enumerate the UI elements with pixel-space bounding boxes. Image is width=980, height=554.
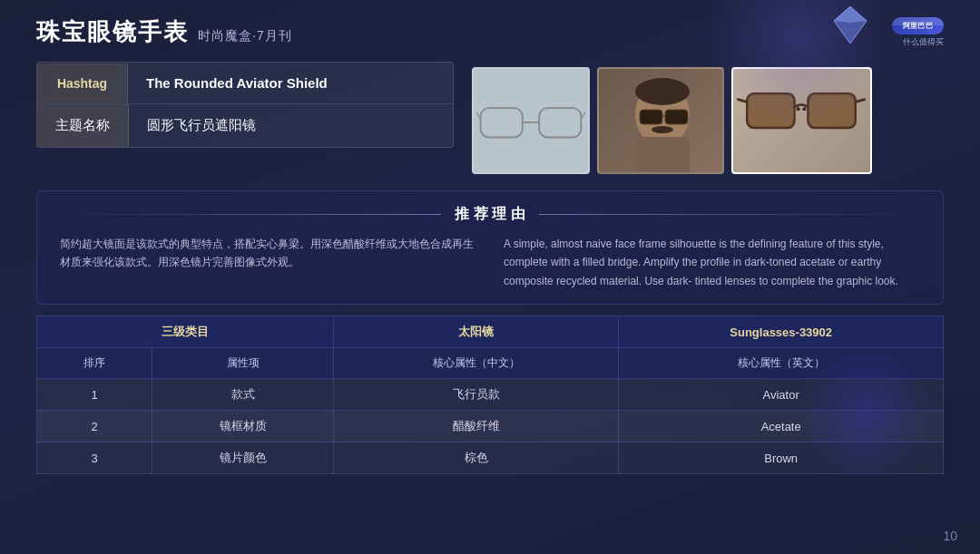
logo-subtitle: 什么值得买 xyxy=(903,36,944,48)
table-cell-cn: 醋酸纤维 xyxy=(334,411,619,442)
table-cell-attr: 镜片颜色 xyxy=(152,442,334,474)
table-cell-cn: 飞行员款 xyxy=(334,379,619,411)
table-cell-cn: 棕色 xyxy=(334,442,619,474)
svg-rect-11 xyxy=(665,110,688,124)
page: 珠宝眼镜手表 时尚魔盒·7月刊 阿里巴巴 什么值得买 Hashtag The R… xyxy=(0,0,980,554)
recommend-text-chinese: 简约超大镜面是该款式的典型特点，搭配实心鼻梁。用深色醋酸纤维或大地色合成再生材质… xyxy=(60,235,476,290)
svg-marker-1 xyxy=(834,6,867,23)
recommend-title: 推 荐 理 由 xyxy=(60,205,920,224)
page-number: 10 xyxy=(943,529,957,543)
recommend-section: 推 荐 理 由 简约超大镜面是该款式的典型特点，搭配实心鼻梁。用深色醋酸纤维或大… xyxy=(36,190,944,305)
svg-rect-8 xyxy=(635,137,690,174)
page-title-sub: 时尚魔盒·7月刊 xyxy=(198,28,292,44)
svg-point-13 xyxy=(652,126,673,133)
theme-row: 主题名称 圆形飞行员遮阳镜 xyxy=(37,104,453,147)
hashtag-label: Hashtag xyxy=(37,63,128,103)
logo-company: 阿里巴巴 xyxy=(903,21,933,31)
header-title-group: 珠宝眼镜手表 时尚魔盒·7月刊 xyxy=(36,16,292,48)
page-title-main: 珠宝眼镜手表 xyxy=(36,16,189,48)
table-cell-rank: 2 xyxy=(37,411,152,442)
table-col-category: 三级类目 xyxy=(37,316,334,348)
table-cell-attr: 镜框材质 xyxy=(152,411,334,442)
diamond-icon xyxy=(830,5,871,45)
table-col-sunglasses-en: Sunglasses-33902 xyxy=(619,316,944,348)
table-header-row: 三级类目 太阳镜 Sunglasses-33902 xyxy=(37,316,944,348)
theme-label: 主题名称 xyxy=(37,104,129,147)
svg-point-9 xyxy=(635,78,690,105)
svg-rect-10 xyxy=(640,110,662,124)
table-col-sunglasses-cn: 太阳镜 xyxy=(334,316,619,348)
product-image-2 xyxy=(597,67,724,174)
table-cell-rank: 3 xyxy=(37,442,152,474)
info-box: Hashtag The Rounded Aviator Shield 主题名称 … xyxy=(36,62,454,148)
svg-rect-3 xyxy=(539,108,581,137)
logo-pill: 阿里巴巴 xyxy=(892,17,944,34)
svg-rect-2 xyxy=(481,108,523,137)
logo-area: 阿里巴巴 什么值得买 xyxy=(892,17,944,48)
table-subheader-rank: 排序 xyxy=(37,348,152,379)
table-subheader-cn: 核心属性（中文） xyxy=(334,348,619,379)
recommend-text-english: A simple, almost naive face frame silhou… xyxy=(504,235,920,290)
table-cell-rank: 1 xyxy=(37,379,152,411)
product-image-1 xyxy=(472,67,590,174)
glasses-svg-1 xyxy=(476,87,585,154)
table-subheader-row: 排序 属性项 核心属性（中文） 核心属性（英文） xyxy=(37,348,944,379)
person-svg xyxy=(599,69,724,174)
bg-decoration-2 xyxy=(799,345,935,481)
theme-value: 圆形飞行员遮阳镜 xyxy=(129,104,453,147)
hashtag-row: Hashtag The Rounded Aviator Shield xyxy=(37,63,453,104)
table-cell-attr: 款式 xyxy=(152,379,334,411)
recommend-content: 简约超大镜面是该款式的典型特点，搭配实心鼻梁。用深色醋酸纤维或大地色合成再生材质… xyxy=(60,235,920,290)
hashtag-value: The Rounded Aviator Shield xyxy=(128,63,453,103)
table-subheader-attr: 属性项 xyxy=(152,348,334,379)
